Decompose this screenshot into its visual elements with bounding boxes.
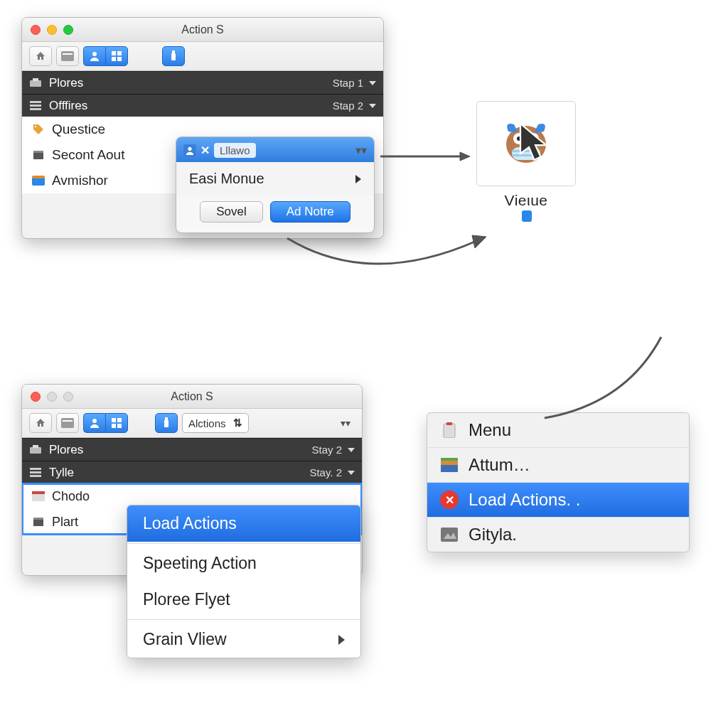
close-icon[interactable] <box>31 25 41 35</box>
svg-point-19 <box>188 146 191 150</box>
context-list-label: Load Actions. . <box>469 490 580 510</box>
svg-rect-11 <box>30 101 41 103</box>
svg-rect-47 <box>33 519 43 526</box>
context-list-item[interactable]: ✕ Load Actions. . <box>427 482 689 517</box>
toolbar-field-value: Alctions <box>188 417 226 429</box>
svg-point-33 <box>92 419 97 423</box>
svg-rect-53 <box>441 458 458 461</box>
toolbar-user-button[interactable] <box>83 413 105 433</box>
context-menu-item[interactable]: Ploree Flyet <box>127 582 360 618</box>
arrow-curve-icon <box>284 231 491 288</box>
list-icon <box>29 466 42 479</box>
header-label: Tylle <box>49 466 74 480</box>
close-circle-icon: ✕ <box>440 491 459 509</box>
arrow-curve-icon <box>540 333 682 425</box>
minimize-icon[interactable] <box>47 392 57 402</box>
toolbar-card-button[interactable] <box>56 46 79 66</box>
toolbar-card-button[interactable] <box>56 413 79 433</box>
popover-menu-label: Easi Monue <box>189 171 264 187</box>
svg-rect-0 <box>61 51 74 61</box>
header-row-2[interactable]: Tylle Stay. 2 <box>22 461 362 483</box>
toolbar-view-segment <box>83 46 128 66</box>
home-icon <box>34 50 47 63</box>
header-row-2[interactable]: Offfires Stap 2 <box>22 94 383 117</box>
svg-rect-3 <box>112 51 116 55</box>
confirm-button[interactable]: Ad Notre <box>270 201 350 223</box>
x-icon: ✕ <box>200 144 210 157</box>
svg-rect-51 <box>441 465 458 472</box>
svg-rect-49 <box>444 424 455 438</box>
arrow-icon <box>380 149 473 164</box>
popover-menu-item[interactable]: Easi Monue <box>176 162 374 196</box>
file-icon-target[interactable]: Vieιue <box>469 101 583 222</box>
stack-icon <box>440 456 459 474</box>
context-list-label: Attum… <box>469 455 530 475</box>
toolbar-user-button[interactable] <box>83 46 105 66</box>
popover-chip: Lllawo <box>214 143 256 158</box>
toolbar-home-button[interactable] <box>29 46 52 66</box>
grid-icon <box>110 417 123 429</box>
svg-rect-37 <box>117 424 122 428</box>
secondary-context-list: Menu Attum… ✕ Load Actions. . Gityla. <box>427 412 690 552</box>
file-thumbnail <box>476 101 576 186</box>
clipboard-icon <box>440 421 459 439</box>
context-menu-label: Ploree Flyet <box>143 590 230 609</box>
box-icon <box>32 515 45 528</box>
svg-point-14 <box>35 126 36 127</box>
minimize-icon[interactable] <box>47 25 57 35</box>
svg-marker-30 <box>472 235 486 248</box>
context-list-item[interactable]: Attum… <box>427 447 689 482</box>
svg-rect-34 <box>112 418 116 422</box>
toolbar-usb-button[interactable] <box>155 413 178 433</box>
list-item-label: Avmishor <box>52 173 108 188</box>
svg-rect-38 <box>165 417 168 420</box>
toolbar-field[interactable]: Alctions ⇅ <box>182 413 249 433</box>
window-title-1: Action S <box>22 23 383 36</box>
context-menu-label: Speeting Action <box>143 554 257 573</box>
maximize-icon[interactable] <box>63 25 73 35</box>
toolbar-usb-button[interactable] <box>162 46 185 66</box>
close-icon[interactable] <box>31 392 41 402</box>
chevron-right-icon <box>355 175 361 183</box>
separator <box>127 543 360 544</box>
titlebar-1[interactable]: Action S <box>22 18 383 42</box>
context-menu-label: Load Actions <box>143 514 237 533</box>
svg-rect-5 <box>112 57 116 61</box>
options-icon[interactable]: ▾▾ <box>341 417 355 429</box>
svg-marker-29 <box>460 152 470 161</box>
context-menu: Load Actions Speeting Action Ploree Flye… <box>127 505 361 658</box>
svg-rect-46 <box>32 491 45 494</box>
svg-rect-35 <box>117 418 122 422</box>
titlebar-2[interactable]: Action S <box>22 385 362 409</box>
context-menu-item[interactable]: Load Actions <box>127 505 360 542</box>
svg-rect-44 <box>30 475 41 477</box>
toolbar-grid-button[interactable] <box>105 413 128 433</box>
svg-rect-8 <box>171 53 176 60</box>
header-row-1[interactable]: Plores Stay 2 <box>22 438 362 461</box>
context-list-item[interactable]: Gityla. <box>427 517 689 552</box>
list-icon <box>29 100 42 112</box>
drive-icon <box>29 77 42 90</box>
svg-rect-50 <box>446 422 452 425</box>
context-menu-item[interactable]: Grain Vliew <box>127 621 360 658</box>
toolbar-home-button[interactable] <box>29 413 52 433</box>
usb-icon <box>160 417 173 429</box>
context-menu-item[interactable]: Speeting Action <box>127 545 360 582</box>
svg-rect-54 <box>441 528 458 542</box>
svg-point-2 <box>92 52 97 56</box>
wallet-icon <box>32 174 45 187</box>
context-list-label: Gityla. <box>469 525 517 545</box>
separator <box>127 619 360 620</box>
small-switch-icon[interactable]: ▾▾ <box>355 144 367 157</box>
person-icon <box>183 144 196 157</box>
stepper-icon[interactable]: ⇅ <box>233 417 242 429</box>
cancel-button[interactable]: Sovel <box>200 201 263 223</box>
tag-icon <box>32 123 45 136</box>
svg-rect-43 <box>30 471 41 473</box>
maximize-icon[interactable] <box>63 392 73 402</box>
toolbar-grid-button[interactable] <box>105 46 128 66</box>
header-row-1[interactable]: Plores Stap 1 <box>22 71 383 94</box>
person-icon <box>88 50 101 63</box>
svg-rect-45 <box>32 494 45 501</box>
popover-action: ✕ Lllawo ▾▾ Easi Monue Sovel Ad Notre <box>176 136 375 233</box>
